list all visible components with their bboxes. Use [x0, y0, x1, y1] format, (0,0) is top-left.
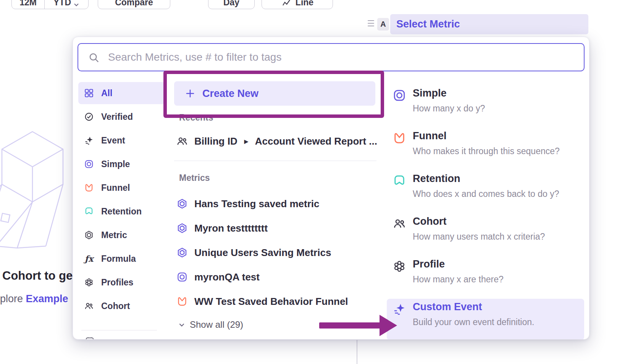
metric-type-custom-event[interactable]: Custom Event Build your own event defini… [387, 299, 584, 340]
custom-event-sparkle-icon [392, 302, 407, 316]
hexagon-metric-icon [176, 246, 188, 259]
metric-item[interactable]: myronQA test [176, 266, 260, 288]
sidebar-item-metric[interactable]: Metric [78, 224, 165, 246]
middle-divider [174, 161, 376, 161]
chart-type-line-button[interactable]: Line [262, 0, 333, 9]
recents-header: Recents [179, 113, 213, 123]
funnel-metric-icon [176, 295, 188, 308]
metrics-header: Metrics [179, 173, 210, 183]
simple-metric-icon [392, 88, 407, 103]
background-explore-text: plore Example [0, 293, 68, 305]
profiles-flower-icon [392, 259, 407, 274]
recent-item-secondary: Account Viewed Report ... [255, 135, 377, 147]
background-heading: Cohort to ge [2, 269, 73, 283]
show-all-button[interactable]: Show all (29) [178, 319, 243, 330]
sidebar-item-cutoff-icon [84, 335, 95, 340]
metric-type-simple[interactable]: Simple How many x do y? [387, 85, 584, 125]
metric-type-funnel[interactable]: Funnel Who makes it through this sequenc… [387, 128, 584, 168]
clause-a-badge[interactable]: A [377, 18, 389, 31]
cohort-people-icon [84, 301, 94, 311]
profiles-flower-icon [84, 277, 94, 288]
sidebar-item-formula[interactable]: ƒx Formula [78, 248, 165, 270]
search-icon [88, 52, 100, 63]
funnel-metric-icon [84, 182, 94, 193]
metric-type-retention[interactable]: Retention Who does x and comes back to d… [387, 171, 584, 210]
funnel-metric-icon [392, 131, 407, 145]
grid-icon [84, 88, 94, 98]
drag-handle-icon[interactable] [368, 20, 374, 28]
sidebar-item-simple[interactable]: Simple [78, 153, 165, 175]
metric-type-profile[interactable]: Profile How many x are there? [387, 256, 584, 296]
hexagon-metric-icon [176, 222, 188, 234]
example-link[interactable]: Example [26, 293, 68, 304]
verified-badge-icon [84, 111, 94, 122]
simple-metric-icon [176, 271, 188, 283]
line-chart-icon [281, 0, 292, 8]
date-range-segmented-control: 12M YTD [11, 0, 89, 9]
compare-button[interactable]: Compare [98, 0, 170, 9]
explore-text-prefix: plore [0, 293, 26, 304]
select-metric-field[interactable]: Select Metric [390, 14, 588, 34]
plus-icon [185, 88, 195, 99]
sidebar-divider [81, 330, 157, 330]
cohort-people-icon [392, 216, 407, 231]
panel-divider [357, 340, 357, 364]
chevron-down-icon [178, 321, 185, 328]
simple-metric-icon [84, 159, 94, 169]
sidebar-item-funnel[interactable]: Funnel [78, 177, 165, 199]
recent-item-billing[interactable]: Billing ID ▸ Account Viewed Report ... [176, 130, 377, 152]
search-field-wrapper [78, 43, 585, 71]
retention-metric-icon [84, 206, 94, 217]
sidebar-item-retention[interactable]: Retention [78, 200, 165, 222]
sidebar-item-event[interactable]: Event [78, 129, 165, 151]
range-ytd-button[interactable]: YTD [45, 0, 88, 9]
sidebar-item-all[interactable]: All [78, 82, 165, 104]
retention-metric-icon [392, 174, 407, 188]
metric-item[interactable]: WW Test Saved Behavior Funnel [176, 290, 348, 312]
sidebar-item-verified[interactable]: Verified [78, 106, 165, 128]
metric-item[interactable]: Myron testttttttt [176, 217, 268, 239]
create-new-button[interactable]: Create New [174, 81, 375, 106]
formula-fx-icon: ƒx [84, 253, 94, 264]
sidebar-item-profiles[interactable]: Profiles [78, 271, 165, 293]
hexagon-metric-icon [176, 198, 188, 210]
metric-picker-modal: All Verified Event Simple Funnel Retenti… [73, 37, 590, 340]
chevron-down-icon [73, 2, 79, 8]
cohort-people-icon [176, 135, 188, 147]
range-12m-button[interactable]: 12M [12, 0, 45, 9]
metric-type-cohort[interactable]: Cohort How many users match x criteria? [387, 213, 584, 253]
metric-item[interactable]: Unique Users Saving Metrics [176, 242, 331, 264]
recent-item-primary: Billing ID [194, 135, 237, 147]
metric-hexagon-icon [84, 230, 94, 240]
breadcrumb-triangle-icon: ▸ [244, 137, 248, 146]
sidebar-item-cohort[interactable]: Cohort [78, 295, 165, 317]
metric-item[interactable]: Hans Testing saved metric [176, 193, 320, 215]
search-input[interactable] [78, 44, 584, 71]
event-sparkle-icon [84, 135, 94, 146]
granularity-day-button[interactable]: Day [208, 0, 255, 9]
